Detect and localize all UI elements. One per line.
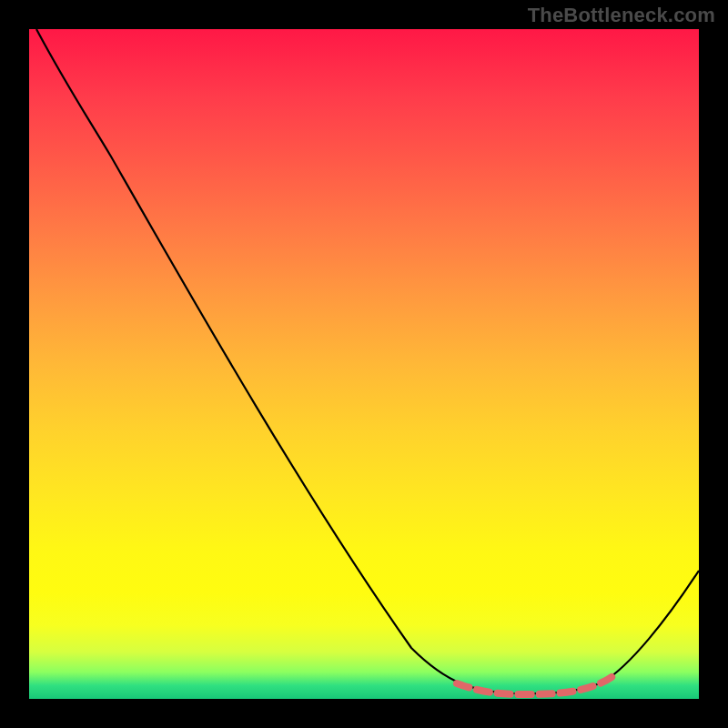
chart-frame: TheBottleneck.com [0, 0, 728, 728]
curve-layer [29, 29, 699, 699]
bottleneck-curve-line [36, 29, 699, 693]
plot-area [29, 29, 699, 699]
watermark-text: TheBottleneck.com [528, 4, 715, 27]
optimal-range-highlight [457, 674, 615, 694]
